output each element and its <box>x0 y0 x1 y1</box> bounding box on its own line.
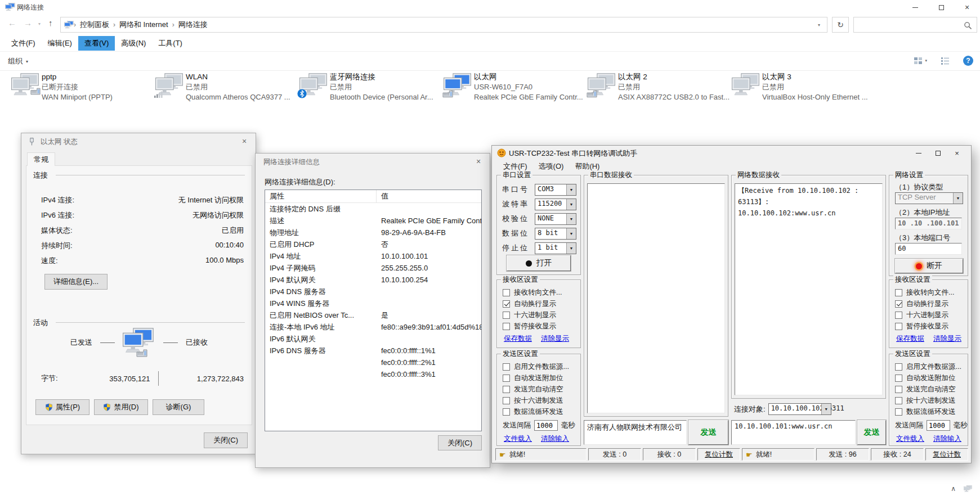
maximize-button[interactable] <box>928 0 954 15</box>
column-property[interactable]: 属性 <box>265 190 377 202</box>
menu-advanced[interactable]: 高级(N) <box>115 36 152 51</box>
interval-input[interactable] <box>534 420 558 431</box>
net-reset-counter-button[interactable]: 复位计数 <box>925 448 968 461</box>
checkbox-hex-display-net[interactable]: 十六进制显示 <box>889 309 968 321</box>
serial-send-input[interactable]: 济南有人物联网技术有限公司 <box>584 420 687 445</box>
close-button[interactable]: × <box>954 0 980 15</box>
menu-tools[interactable]: 工具(T) <box>152 36 189 51</box>
menu-options[interactable]: 选项(O) <box>533 160 570 173</box>
data-bits-select[interactable]: 8 bit▼ <box>535 228 576 240</box>
serial-recv-area[interactable] <box>587 183 725 413</box>
adapter-name: WLAN <box>186 72 298 82</box>
checkbox-clear-after-send[interactable]: 发送完自动清空 <box>497 384 580 395</box>
details-button[interactable]: 详细信息(E)... <box>44 274 108 290</box>
load-file-link[interactable]: 文件载入 <box>504 434 532 444</box>
checkbox-pause-recv[interactable]: 暂停接收显示 <box>497 321 580 332</box>
search-input[interactable] <box>853 17 977 33</box>
connect-target-select[interactable]: 10.10.100.102:6311 ▼ <box>768 403 831 415</box>
clear-input-link-net[interactable]: 清除输入 <box>933 434 961 444</box>
refresh-button[interactable]: ↻ <box>832 17 849 33</box>
properties-button[interactable]: 属性(P) <box>35 399 90 415</box>
checkbox-auto-append[interactable]: 自动发送附加位 <box>497 372 580 384</box>
interval-input-net[interactable] <box>927 420 950 431</box>
adapter-wlan[interactable]: WLAN 已禁用 Qualcomm Atheros QCA9377 ... <box>155 71 297 105</box>
column-value[interactable]: 值 <box>377 191 388 201</box>
serial-reset-counter-button[interactable]: 复位计数 <box>697 448 740 461</box>
usr-app-icon <box>497 148 506 157</box>
local-ip-input[interactable]: 10 .10 .100.101 <box>895 218 962 229</box>
checkbox-recv-to-file-net[interactable]: 接收转向文件... <box>889 287 968 298</box>
open-serial-button[interactable]: 打开 <box>507 255 571 271</box>
checkbox-auto-append-net[interactable]: 自动发送附加位 <box>889 372 968 384</box>
baud-rate-select[interactable]: 115200▼ <box>535 199 576 210</box>
menu-view[interactable]: 查看(V) <box>78 36 115 51</box>
menu-edit[interactable]: 编辑(E) <box>42 36 78 51</box>
adapter-bluetooth[interactable]: 蓝牙网络连接 已禁用 Bluetooth Device (Personal Ar… <box>299 71 441 105</box>
checkbox-auto-wrap-net[interactable]: 自动换行显示 <box>889 298 968 309</box>
save-data-link-net[interactable]: 保存数据 <box>896 334 924 344</box>
menu-file[interactable]: 文件(F) <box>5 36 42 51</box>
checkbox-clear-after-send-net[interactable]: 发送完自动清空 <box>889 384 968 395</box>
checkbox-send-hex[interactable]: 按十六进制发送 <box>497 395 580 406</box>
tray-chevron-icon[interactable]: ∧ <box>951 485 956 493</box>
organize-button[interactable]: 组织 ▾ <box>8 56 28 66</box>
disconnect-button[interactable]: 断开 <box>895 259 963 273</box>
clear-display-link-net[interactable]: 清除显示 <box>933 334 961 344</box>
local-port-input[interactable]: 60 <box>895 243 962 255</box>
clear-input-link[interactable]: 清除输入 <box>541 434 569 444</box>
stop-bits-select[interactable]: 1 bit▼ <box>535 242 576 254</box>
checkbox-pause-recv-net[interactable]: 暂停接收显示 <box>889 321 968 332</box>
parity-select[interactable]: NONE▼ <box>535 213 576 225</box>
checkbox-recv-to-file[interactable]: 接收转向文件... <box>497 287 580 298</box>
load-file-link-net[interactable]: 文件载入 <box>896 434 924 444</box>
close-dialog-button[interactable]: 关闭(C) <box>204 432 248 448</box>
tray-display-icon[interactable] <box>964 485 972 493</box>
row-value: 已启用 <box>222 226 244 236</box>
net-recv-area[interactable]: 【Receive from 10.10.100.102 : 63113】: 10… <box>735 183 883 395</box>
breadcrumb-network-connections[interactable]: 网络连接 <box>174 20 212 30</box>
maximize-button[interactable] <box>928 147 947 159</box>
serial-send-button[interactable]: 发送 <box>688 420 728 445</box>
up-icon[interactable]: ↑ <box>48 18 53 28</box>
address-bar[interactable]: › 控制面板 › 网络和 Internet › 网络连接 ▾ <box>60 17 827 33</box>
checkbox-file-source[interactable]: 启用文件数据源... <box>497 361 580 372</box>
checkbox-auto-wrap[interactable]: 自动换行显示 <box>497 298 580 309</box>
adapter-pptp[interactable]: pptp 已断开连接 WAN Miniport (PPTP) <box>11 71 153 105</box>
close-button[interactable]: × <box>467 154 490 169</box>
clear-display-link[interactable]: 清除显示 <box>541 334 569 344</box>
net-send-input[interactable]: 10.10.100.101:www.usr.cn <box>731 420 856 445</box>
adapter-ethernet-2[interactable]: 以太网 2 已禁用 ASIX AX88772C USB2.0 to Fast..… <box>588 71 730 105</box>
minimize-button[interactable] <box>902 0 928 15</box>
serial-port-select[interactable]: COM3▼ <box>535 184 576 196</box>
protocol-select[interactable]: TCP Server ▼ <box>895 192 963 204</box>
save-data-link[interactable]: 保存数据 <box>504 334 532 344</box>
disable-button[interactable]: 禁用(D) <box>94 399 148 415</box>
details-list[interactable]: 属性 值 连接特定的 DNS 后缀 描述Realtek PCIe GbE Fam… <box>265 190 482 431</box>
field-label: 串口号 <box>502 184 535 195</box>
breadcrumb-control-panel[interactable]: 控制面板 <box>76 20 113 30</box>
forward-icon[interactable]: → <box>24 18 32 28</box>
history-dropdown-icon[interactable]: ▾ <box>38 21 41 26</box>
close-button[interactable]: × <box>947 147 966 159</box>
diagnose-button[interactable]: 诊断(G) <box>153 399 204 415</box>
minimize-button[interactable] <box>909 147 928 159</box>
change-view-button[interactable]: ▾ <box>914 56 927 65</box>
address-dropdown-icon[interactable]: ▾ <box>815 22 824 28</box>
close-dialog-button[interactable]: 关闭(C) <box>438 435 482 450</box>
close-button[interactable]: × <box>233 133 256 149</box>
details-view-icon[interactable] <box>941 56 950 65</box>
net-send-button[interactable]: 发送 <box>857 420 886 445</box>
checkbox-loop-send-net[interactable]: 数据流循环发送 <box>889 406 968 417</box>
checkbox-file-source-net[interactable]: 启用文件数据源... <box>889 361 968 372</box>
checkbox-hex-display[interactable]: 十六进制显示 <box>497 309 580 321</box>
checkbox-loop-send[interactable]: 数据流循环发送 <box>497 406 580 417</box>
breadcrumb-network-and-internet[interactable]: 网络和 Internet <box>115 20 172 30</box>
adapter-ethernet[interactable]: 以太网 USR-W610_F7A0 Realtek PCIe GbE Famil… <box>444 71 585 105</box>
tab-general[interactable]: 常规 <box>27 152 55 166</box>
ethernet-connector-icon <box>587 90 597 98</box>
checkbox-icon <box>895 300 902 308</box>
checkbox-send-hex-net[interactable]: 按十六进制发送 <box>889 395 968 406</box>
back-icon[interactable]: ← <box>8 18 16 28</box>
adapter-ethernet-3[interactable]: 以太网 3 已禁用 VirtualBox Host-Only Ethernet … <box>732 71 874 105</box>
help-button[interactable]: ? <box>963 56 973 66</box>
